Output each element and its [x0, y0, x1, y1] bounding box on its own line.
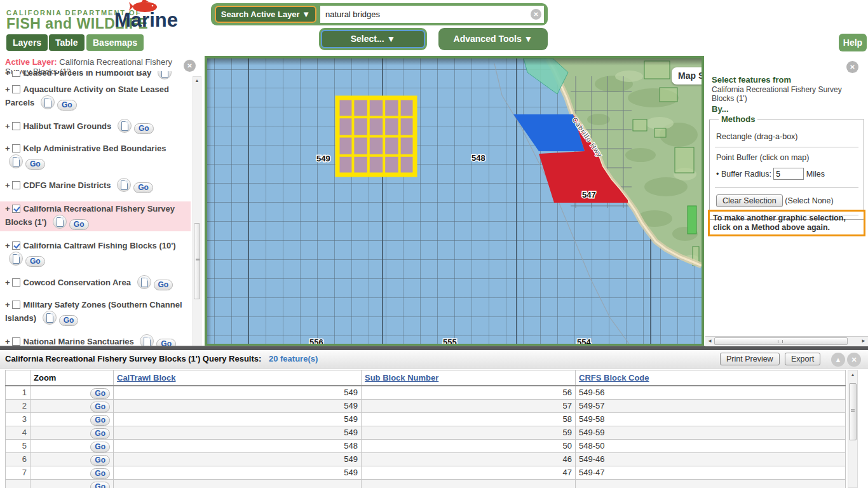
basemaps-button[interactable]: Basemaps	[86, 34, 144, 51]
go-button[interactable]: Go	[57, 100, 77, 111]
sidebar-item-military-zones[interactable]: +Military Safety Zones (Southern Channel…	[0, 299, 191, 326]
sidebar-close-icon[interactable]: ✕	[184, 60, 196, 72]
select-dropdown[interactable]: Select... ▼	[321, 30, 425, 48]
results-scrollbar[interactable]: ▲	[848, 370, 858, 488]
expand-icon[interactable]: +	[5, 276, 10, 288]
go-button[interactable]: Go	[90, 388, 110, 399]
scrollbar-thumb[interactable]	[714, 337, 848, 345]
expand-icon[interactable]: +	[5, 299, 10, 311]
cell-caltrawl	[114, 479, 362, 488]
go-button[interactable]: Go	[90, 415, 110, 426]
clear-search-icon[interactable]: ✕	[531, 9, 541, 20]
scrollbar-thumb[interactable]	[849, 383, 857, 440]
go-button[interactable]: Go	[154, 280, 173, 290]
layer-checkbox[interactable]	[12, 181, 20, 189]
go-button[interactable]: Go	[134, 123, 154, 134]
go-button[interactable]: Go	[90, 482, 110, 488]
metadata-page-icon[interactable]	[9, 252, 23, 266]
header-caltrawl-link[interactable]: CalTrawl Block	[117, 373, 175, 383]
go-button[interactable]: Go	[90, 428, 110, 439]
expand-icon[interactable]: +	[5, 83, 10, 95]
expand-icon[interactable]: +	[5, 336, 10, 346]
layer-checkbox[interactable]	[12, 278, 20, 287]
layer-checkbox[interactable]	[12, 122, 20, 130]
panel-close-icon[interactable]: ✕	[846, 61, 858, 73]
sidebar-item-cdfg-districts[interactable]: +CDFG Marine Districts Go	[0, 178, 191, 193]
advanced-tools-dropdown[interactable]: Advanced Tools ▼	[438, 28, 548, 50]
metadata-page-icon[interactable]	[140, 334, 154, 346]
metadata-page-icon[interactable]	[118, 119, 132, 133]
expand-icon[interactable]: +	[5, 240, 10, 252]
top-header: CALIFORNIA DEPARTMENT OF FISH and WILDLI…	[0, 0, 868, 56]
scroll-left-icon[interactable]: ◄	[707, 338, 712, 344]
scroll-right-icon[interactable]: ►	[861, 338, 866, 344]
buffer-radius-input[interactable]	[773, 168, 804, 180]
table-button[interactable]: Table	[49, 34, 85, 51]
print-preview-button[interactable]: Print Preview	[720, 353, 780, 365]
metadata-page-icon[interactable]	[53, 215, 67, 229]
go-button[interactable]: Go	[25, 159, 45, 170]
sidebar-item-cowcod[interactable]: +Cowcod Conservation Area Go	[0, 275, 191, 290]
metadata-page-icon[interactable]	[158, 71, 172, 79]
header-subblock-link[interactable]: Sub Block Number	[365, 373, 438, 383]
layer-checkbox[interactable]	[12, 205, 20, 213]
layer-checkbox[interactable]	[12, 71, 20, 77]
go-button[interactable]: Go	[69, 219, 89, 230]
sidebar-item-aquaculture[interactable]: +Aquaculture Activity on State Leased Pa…	[0, 83, 191, 111]
map-scale-button[interactable]: Map Sc	[672, 67, 704, 85]
selection-grid[interactable]	[337, 98, 415, 175]
export-button[interactable]: Export	[785, 353, 820, 365]
expand-icon[interactable]: +	[5, 179, 10, 191]
go-button[interactable]: Go	[90, 455, 110, 466]
go-button[interactable]: Go	[25, 256, 45, 267]
search-input[interactable]	[320, 6, 544, 23]
layer-checkbox[interactable]	[12, 241, 20, 250]
scroll-up-icon[interactable]: ▲	[193, 78, 201, 83]
map-viewport[interactable]: Cabrillo Hwy 549 548 547 556 555 554 Map…	[205, 56, 704, 346]
metadata-page-icon[interactable]	[43, 311, 57, 325]
method-rectangle[interactable]: Rectangle (drag-a-box)	[715, 128, 858, 146]
metadata-page-icon[interactable]	[137, 275, 151, 289]
go-button[interactable]: Go	[59, 315, 79, 326]
block-label-554: 554	[577, 337, 591, 344]
method-point-buffer[interactable]: Point Buffer (click on map)	[715, 149, 858, 166]
layers-button[interactable]: Layers	[6, 34, 48, 51]
sidebar-item-caltrawl-blocks[interactable]: +California Caltrawl Fishing Blocks (10'…	[0, 240, 191, 267]
scrollbar-thumb[interactable]	[194, 223, 200, 299]
cell-index: 2	[6, 399, 31, 412]
scroll-up-icon[interactable]: ▲	[848, 372, 857, 377]
cell-zoom: Go	[31, 412, 114, 426]
clipped-layer-row[interactable]: +Leased Parcels in Humboldt Bay Go	[0, 71, 191, 79]
layer-label: CDFG Marine Districts	[24, 180, 111, 190]
go-button[interactable]: Go	[90, 468, 110, 479]
search-active-layer-dropdown[interactable]: Search Active Layer ▼	[215, 6, 316, 23]
table-row: 1 Go 549 56 549-56	[6, 386, 846, 400]
help-button[interactable]: Help	[839, 34, 867, 51]
panel-horizontal-scrollbar[interactable]: ◄ ►	[705, 336, 868, 346]
go-button[interactable]: Go	[133, 182, 153, 193]
collapse-panel-icon[interactable]: ▲	[831, 353, 845, 367]
sidebar-item-crfs-blocks[interactable]: +California Recreational Fishery Survey …	[0, 201, 191, 231]
metadata-page-icon[interactable]	[117, 178, 131, 192]
sidebar-scrollbar[interactable]: ▲	[193, 76, 201, 346]
panel-by-label: By...	[712, 104, 729, 114]
layer-checkbox[interactable]	[12, 337, 20, 346]
expand-icon[interactable]: +	[5, 120, 10, 132]
header-crfs-link[interactable]: CRFS Block Code	[579, 373, 649, 383]
go-button[interactable]: Go	[90, 442, 110, 452]
metadata-page-icon[interactable]	[41, 95, 55, 109]
sidebar-item-halibut[interactable]: +Halibut Trawl Grounds Go	[0, 119, 191, 134]
layer-checkbox[interactable]	[12, 301, 20, 309]
expand-icon[interactable]: +	[5, 203, 10, 215]
layer-checkbox[interactable]	[12, 144, 20, 152]
sidebar-item-kelp[interactable]: +Kelp Administrative Bed Boundaries Go	[0, 142, 191, 170]
clear-selection-button[interactable]: Clear Selection	[716, 194, 783, 207]
expand-icon[interactable]: +	[5, 71, 10, 79]
sidebar-item-sanctuaries[interactable]: +National Marine Sanctuaries Go	[0, 334, 191, 346]
expand-icon[interactable]: +	[5, 142, 10, 154]
go-button[interactable]: Go	[90, 402, 110, 412]
metadata-page-icon[interactable]	[9, 154, 23, 168]
layer-checkbox[interactable]	[12, 85, 20, 93]
results-close-icon[interactable]: ✕	[847, 353, 861, 367]
page-icon	[13, 157, 20, 166]
